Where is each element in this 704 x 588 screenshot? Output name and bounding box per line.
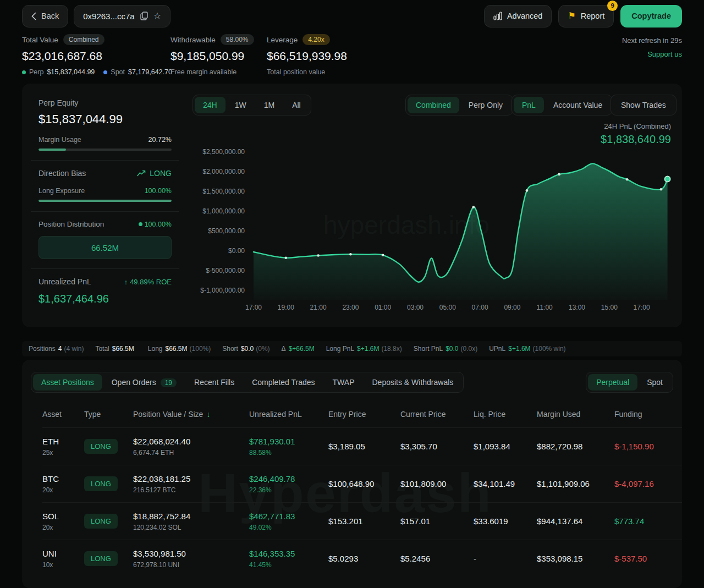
wallet-address-pill[interactable]: 0x9263...cc7a ☆ <box>74 5 170 28</box>
long-exposure-value: 100.00% <box>145 187 172 195</box>
back-button[interactable]: Back <box>22 5 68 28</box>
tab-deposits-withdrawals[interactable]: Deposits & Withdrawals <box>364 374 461 391</box>
liq-price: $33.6019 <box>474 516 537 526</box>
position-distribution-section: Position Distribution 100.00% 66.52M <box>31 212 179 269</box>
liq-price: $1,093.84 <box>474 442 537 451</box>
unrealized-pnl-value: $1,637,464.96 <box>38 293 172 305</box>
tab-perp-only[interactable]: Perp Only <box>460 97 511 113</box>
position-row-uni[interactable]: UNI10x LONG $3,530,981.50672,978.10 UNI … <box>42 540 682 577</box>
tab-open-orders[interactable]: Open Orders19 <box>103 374 185 391</box>
long-exposure-label: Long Exposure <box>38 187 85 195</box>
position-row-btc[interactable]: BTC20x LONG $22,038,181.25216.5127 BTC $… <box>42 465 682 502</box>
tab-account-value[interactable]: Account Value <box>545 97 610 113</box>
refresh-countdown: Next refresh in 29s <box>622 36 682 45</box>
x-axis-tick: 07:00 <box>468 304 492 311</box>
leverage-badge: 4.20x <box>302 34 329 45</box>
tab-all[interactable]: All <box>284 97 309 113</box>
col-unrealized-pnl[interactable]: Unrealized PnL <box>249 410 328 419</box>
current-price: $5.2456 <box>400 554 474 563</box>
margin-usage-bar <box>38 149 172 151</box>
margin-used: $944,137.64 <box>537 516 614 526</box>
tab-24h[interactable]: 24H <box>195 97 226 113</box>
account-stats: Total Value Combined $23,016,687.68 Perp… <box>22 34 682 73</box>
tab-combined[interactable]: Combined <box>408 97 459 113</box>
trend-up-icon <box>137 170 146 177</box>
support-us-link[interactable]: Support us <box>622 50 682 58</box>
star-icon[interactable]: ☆ <box>153 12 161 20</box>
col-position-value[interactable]: Position Value / Size↓ <box>133 410 249 419</box>
entry-price: $3,189.05 <box>328 442 400 451</box>
summary-short: Short$0.0(0%) <box>222 345 270 353</box>
position-value: $22,068,024.40 <box>133 437 249 446</box>
advanced-button[interactable]: Advanced <box>484 5 552 28</box>
positions-summary-strip: Positions4(4 win) Total$66.5M Long$66.5M… <box>22 341 682 356</box>
position-value: $18,882,752.84 <box>133 512 249 521</box>
show-trades-button[interactable]: Show Trades <box>613 97 674 113</box>
summary-short-pnl: Short PnL$0.0(0.0x) <box>414 345 477 353</box>
side-badge: LONG <box>84 514 118 529</box>
metric-tabset: PnL Account Value <box>512 95 613 116</box>
x-axis-tick: 19:00 <box>274 304 298 311</box>
top-bar: Back 0x9263...cc7a ☆ Advanced ⚑ Report 9… <box>22 4 682 28</box>
pnl-readout: 24H PnL (Combined) $1,838,640.99 <box>601 122 671 146</box>
tab-pnl[interactable]: PnL <box>514 97 544 113</box>
trade-marker <box>382 254 384 257</box>
col-current-price[interactable]: Current Price <box>400 410 474 419</box>
copytrade-button[interactable]: Copytrade <box>620 5 682 28</box>
copy-icon[interactable] <box>140 12 148 20</box>
trade-marker <box>660 188 663 191</box>
trade-marker <box>349 253 352 256</box>
summary-long: Long$66.5M(100%) <box>148 345 211 353</box>
tab-twap[interactable]: TWAP <box>324 374 363 391</box>
x-axis-tick: 17:00 <box>630 304 654 311</box>
asset-symbol: ETH <box>42 437 84 446</box>
positions-panel: Hyperdash Asset Positions Open Orders19 … <box>22 360 682 588</box>
position-size: 216.5127 BTC <box>133 486 249 494</box>
tab-1m[interactable]: 1M <box>256 97 283 113</box>
tab-spot[interactable]: Spot <box>639 374 671 391</box>
position-row-sol[interactable]: SOL20x LONG $18,882,752.84120,234.02 SOL… <box>42 502 682 540</box>
col-type[interactable]: Type <box>84 410 133 419</box>
col-entry-price[interactable]: Entry Price <box>328 410 400 419</box>
col-liq-price[interactable]: Liq. Price <box>474 410 537 419</box>
tab-recent-fills[interactable]: Recent Fills <box>186 374 243 391</box>
pnl-readout-label: 24H PnL (Combined) <box>601 122 671 130</box>
trade-marker <box>472 206 475 208</box>
col-funding[interactable]: Funding <box>614 410 682 419</box>
col-asset[interactable]: Asset <box>42 410 84 419</box>
unrealized-pnl-label: Unrealized PnL <box>38 277 91 286</box>
positions-table: Asset Type Position Value / Size↓ Unreal… <box>42 410 682 577</box>
x-axis-tick: 11:00 <box>532 304 557 311</box>
distribution-bucket[interactable]: 66.52M <box>38 236 172 259</box>
y-axis-tick: $0.00 <box>193 247 245 255</box>
report-button[interactable]: ⚑ Report 9 <box>558 5 614 28</box>
topbar-actions: Advanced ⚑ Report 9 Copytrade <box>484 5 682 28</box>
withdrawable-sub: Free margin available <box>170 68 254 76</box>
bar-chart-icon <box>493 12 502 20</box>
position-size: 6,674.74 ETH <box>133 449 249 457</box>
position-row-eth[interactable]: ETH25x LONG $22,068,024.406,674.74 ETH $… <box>42 427 682 465</box>
position-size: 672,978.10 UNI <box>133 561 249 569</box>
back-label: Back <box>41 12 59 20</box>
col-margin-used[interactable]: Margin Used <box>537 410 614 419</box>
long-exposure-bar <box>38 200 172 202</box>
pnl-area <box>254 163 668 300</box>
withdrawable-stat: Withdrawable 58.00% $9,185,050.99 Free m… <box>170 34 254 76</box>
chart-panel: Perp Equity $15,837,044.99 Margin Usage … <box>22 84 682 327</box>
market-tabset: Perpetual Spot <box>586 372 673 393</box>
x-axis-tick: 15:00 <box>597 304 622 311</box>
pnl-chart[interactable] <box>249 146 675 300</box>
asset-symbol: UNI <box>42 549 84 558</box>
leverage-value: $66,519,939.98 <box>267 50 347 63</box>
tab-completed-trades[interactable]: Completed Trades <box>244 374 323 391</box>
liq-price: $34,101.49 <box>474 479 537 488</box>
tab-asset-positions[interactable]: Asset Positions <box>33 374 102 391</box>
tab-1w[interactable]: 1W <box>227 97 255 113</box>
arrow-up-icon: ↑ <box>124 278 128 286</box>
tab-perpetual[interactable]: Perpetual <box>588 374 637 391</box>
unrealized-pnl: $462,771.83 <box>249 512 328 521</box>
withdrawable-value: $9,185,050.99 <box>170 50 254 63</box>
funding: $-1,150.90 <box>614 442 682 451</box>
margin-usage-value: 20.72% <box>148 136 172 144</box>
table-header: Asset Type Position Value / Size↓ Unreal… <box>42 410 682 427</box>
